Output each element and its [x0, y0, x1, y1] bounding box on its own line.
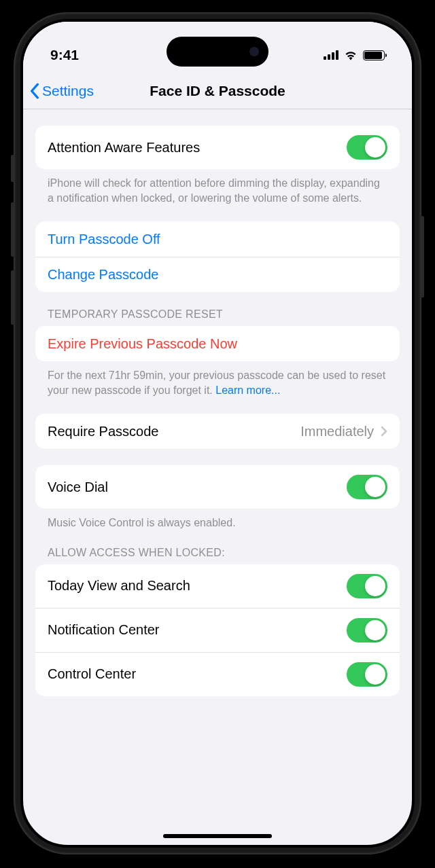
notification-center-toggle[interactable] [347, 618, 387, 643]
today-view-row[interactable]: Today View and Search [35, 564, 400, 608]
control-center-toggle[interactable] [347, 662, 387, 687]
require-passcode-label: Require Passcode [48, 424, 158, 439]
today-view-label: Today View and Search [48, 578, 190, 594]
change-passcode-label: Change Passcode [48, 267, 158, 283]
passcode-section: Turn Passcode Off Change Passcode [35, 221, 400, 292]
chevron-left-icon [30, 83, 39, 99]
voice-dial-label: Voice Dial [48, 480, 108, 495]
voice-dial-row[interactable]: Voice Dial [35, 465, 400, 509]
back-label: Settings [42, 83, 94, 99]
require-passcode-section: Require Passcode Immediately [35, 414, 400, 449]
back-button[interactable]: Settings [30, 83, 94, 99]
today-view-toggle[interactable] [347, 574, 387, 598]
power-button [420, 216, 424, 297]
navigation-bar: Settings Face ID & Passcode [23, 76, 412, 109]
temporary-footer: For the next 71hr 59min, your previous p… [35, 361, 400, 397]
turn-passcode-off-label: Turn Passcode Off [48, 232, 160, 247]
attention-aware-toggle[interactable] [347, 135, 387, 160]
attention-footer: iPhone will check for attention before d… [35, 169, 400, 205]
control-center-label: Control Center [48, 666, 136, 682]
attention-section: Attention Aware Features iPhone will che… [35, 126, 400, 205]
battery-icon [363, 50, 385, 60]
volume-down-button [11, 270, 15, 325]
control-center-row[interactable]: Control Center [35, 652, 400, 696]
status-icons [324, 50, 385, 60]
dynamic-island [167, 37, 268, 67]
settings-content[interactable]: Attention Aware Features iPhone will che… [23, 109, 412, 837]
attention-aware-label: Attention Aware Features [48, 140, 200, 156]
wifi-icon [344, 50, 358, 60]
home-indicator[interactable] [163, 834, 272, 838]
notification-center-label: Notification Center [48, 622, 160, 638]
status-time: 9:41 [50, 47, 79, 63]
notification-center-row[interactable]: Notification Center [35, 608, 400, 652]
phone-frame: 9:41 Settings Face ID & Passcod [14, 12, 421, 854]
temporary-header: TEMPORARY PASSCODE RESET [35, 308, 400, 326]
cellular-signal-icon [324, 50, 338, 60]
chevron-right-icon [381, 426, 387, 437]
temporary-reset-section: TEMPORARY PASSCODE RESET Expire Previous… [35, 308, 400, 397]
learn-more-link[interactable]: Learn more... [215, 384, 280, 396]
expire-passcode-button[interactable]: Expire Previous Passcode Now [35, 326, 400, 361]
allow-access-section: ALLOW ACCESS WHEN LOCKED: Today View and… [35, 547, 400, 696]
require-passcode-row[interactable]: Require Passcode Immediately [35, 414, 400, 449]
mute-switch [11, 155, 15, 182]
volume-up-button [11, 202, 15, 257]
voice-dial-section: Voice Dial Music Voice Control is always… [35, 465, 400, 530]
voice-dial-toggle[interactable] [347, 475, 387, 499]
require-passcode-value: Immediately [300, 424, 374, 439]
expire-passcode-label: Expire Previous Passcode Now [48, 336, 237, 352]
phone-screen: 9:41 Settings Face ID & Passcod [20, 19, 415, 848]
voice-dial-footer: Music Voice Control is always enabled. [35, 509, 400, 530]
change-passcode-button[interactable]: Change Passcode [35, 257, 400, 292]
attention-aware-row[interactable]: Attention Aware Features [35, 126, 400, 169]
turn-passcode-off-button[interactable]: Turn Passcode Off [35, 221, 400, 257]
allow-access-header: ALLOW ACCESS WHEN LOCKED: [35, 547, 400, 564]
